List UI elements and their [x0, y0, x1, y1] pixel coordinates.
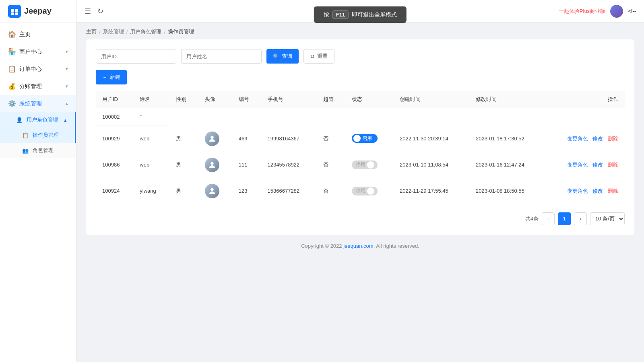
- chevron-down-icon: ▾: [66, 66, 68, 72]
- search-button[interactable]: 🔍 查询: [266, 49, 299, 64]
- sidebar-item-label: 主页: [19, 31, 31, 38]
- sidebar-item-label: 用户角色管理: [27, 116, 58, 123]
- sidebar-item-merchant[interactable]: 🏪 商户中心 ▾: [0, 43, 76, 60]
- col-create-time: 创建时间: [393, 91, 469, 108]
- sidebar-item-home[interactable]: 🏠 主页: [0, 26, 76, 43]
- topbar-right: 一起体验Plus商业版 <!--: [559, 5, 636, 18]
- sidebar-item-operator[interactable]: 📋 操作员管理: [0, 128, 76, 143]
- sidebar: Jeepay 🏠 主页 🏪 商户中心 ▾ 📋 订单中心 ▾ 💰 分账管理 ▾ ⚙…: [0, 0, 76, 362]
- cell-actions: 变更角色 修改 删除: [545, 126, 625, 152]
- f11-key-badge: F11: [332, 10, 349, 19]
- merchant-icon: 🏪: [8, 48, 15, 56]
- footer-link[interactable]: jeequan.com: [343, 243, 373, 249]
- next-page-button[interactable]: ›: [574, 212, 587, 225]
- breadcrumb-home[interactable]: 主页: [86, 28, 97, 35]
- reset-button[interactable]: ↺ 重置: [303, 49, 334, 64]
- cell-status: 停用: [345, 152, 393, 178]
- user-id-input[interactable]: [96, 49, 176, 64]
- chevron-down-icon: ▾: [66, 49, 68, 54]
- delete-link[interactable]: 删除: [608, 162, 618, 168]
- cell-avatar: [198, 178, 232, 204]
- status-toggle[interactable]: 停用: [352, 160, 378, 169]
- cell-user-id: 100924: [96, 178, 133, 204]
- edit-link[interactable]: 修改: [592, 188, 603, 194]
- user-role-submenu: 📋 操作员管理 👥 角色管理: [0, 128, 76, 158]
- logo: Jeepay: [0, 0, 76, 23]
- col-modify-time: 修改时间: [469, 91, 545, 108]
- cell-name: web: [133, 126, 169, 152]
- menu-toggle-icon[interactable]: ☰: [85, 7, 91, 16]
- prev-page-button[interactable]: ‹: [542, 212, 555, 225]
- cell-phone: 15366677282: [261, 178, 317, 204]
- cell-admin: 否: [317, 126, 346, 152]
- cell-phone: 12345578922: [261, 152, 317, 178]
- toast-prefix: 按: [324, 11, 329, 19]
- table-row: 100002 ": [96, 108, 625, 126]
- sidebar-item-order[interactable]: 📋 订单中心 ▾: [0, 60, 76, 78]
- content-area: 🔍 查询 ↺ 重置 ＋ 新建 用户ID: [76, 39, 644, 362]
- col-phone: 手机号: [261, 91, 317, 108]
- cell-admin: 否: [317, 152, 346, 178]
- breadcrumb-user-role[interactable]: 用户角色管理: [130, 28, 161, 35]
- user-role-icon: 👤: [16, 117, 23, 123]
- split-icon: 💰: [8, 82, 15, 90]
- change-role-link[interactable]: 变更角色: [567, 188, 588, 194]
- sidebar-item-system[interactable]: ⚙️ 系统管理 ▴: [0, 95, 76, 112]
- status-toggle[interactable]: 启用: [352, 134, 378, 143]
- order-icon: 📋: [8, 65, 15, 73]
- table-row: 100986 web 男 111 12345578922 否 停用 2023-0…: [96, 152, 625, 178]
- svg-rect-1: [15, 9, 19, 12]
- toast-suffix: 即可退出全屏模式: [352, 11, 397, 19]
- svg-point-5: [211, 162, 213, 165]
- table-row: 100924 ylwang 男 123 15366677282 否 停用 202…: [96, 178, 625, 204]
- cell-create-time: 2022-11-30 20:39:14: [393, 126, 469, 152]
- table-body: 100002 " 100929 web 男 469 19998164367 否 …: [96, 108, 625, 204]
- username-input[interactable]: [181, 49, 262, 64]
- page-1-button[interactable]: 1: [558, 212, 571, 225]
- toolbar: ＋ 新建: [96, 70, 625, 84]
- reset-icon: ↺: [310, 53, 315, 60]
- topbar: ☰ ↻ 按 F11 即可退出全屏模式 一起体验Plus商业版 <!--: [76, 0, 644, 23]
- cell-status: 停用: [345, 178, 393, 204]
- chevron-up-icon: ▴: [64, 117, 67, 123]
- status-toggle[interactable]: 停用: [352, 187, 378, 195]
- breadcrumb-system[interactable]: 系统管理: [103, 28, 124, 35]
- plus-link[interactable]: 一起体验Plus商业版: [559, 8, 605, 15]
- sidebar-item-label: 角色管理: [33, 147, 54, 154]
- change-role-link[interactable]: 变更角色: [567, 136, 588, 142]
- change-role-link[interactable]: 变更角色: [567, 162, 588, 168]
- cell-user-id: 100929: [96, 126, 133, 152]
- username: <!--: [628, 8, 636, 14]
- breadcrumb-sep: /: [164, 29, 165, 35]
- col-name: 姓名: [133, 91, 169, 108]
- col-avatar: 头像: [198, 91, 232, 108]
- pagination: 共4条 ‹ 1 › 10 条/页 20 条/页 50 条/页: [96, 212, 625, 225]
- cell-status: 启用: [345, 126, 393, 152]
- delete-link[interactable]: 删除: [608, 136, 618, 142]
- cell-actions: 变更角色 修改 删除: [545, 152, 625, 178]
- pagination-total: 共4条: [525, 215, 539, 222]
- breadcrumb-current: 操作员管理: [168, 28, 194, 35]
- edit-link[interactable]: 修改: [592, 162, 603, 168]
- cell-actions: 变更角色 修改 删除: [545, 178, 625, 204]
- sidebar-item-label: 系统管理: [19, 100, 42, 107]
- footer-suffix: . All rights reserved.: [374, 243, 419, 249]
- fullscreen-toast: 按 F11 即可退出全屏模式: [314, 6, 407, 23]
- search-icon: 🔍: [273, 53, 279, 60]
- cell-code: 123: [232, 178, 261, 204]
- svg-rect-2: [11, 12, 14, 15]
- sidebar-item-role[interactable]: 👥 角色管理: [0, 143, 76, 158]
- sidebar-item-label: 分账管理: [19, 83, 42, 90]
- cell-name: web: [133, 152, 169, 178]
- page-size-select[interactable]: 10 条/页 20 条/页 50 条/页: [590, 212, 625, 225]
- svg-point-6: [211, 188, 213, 191]
- refresh-icon[interactable]: ↻: [97, 7, 103, 16]
- sidebar-item-split[interactable]: 💰 分账管理 ▾: [0, 78, 76, 95]
- data-table: 用户ID 姓名 性别 头像 编号 手机号 超管 状态 创建时间 修改时间 操作: [96, 91, 625, 204]
- footer-text: Copyright © 2022: [301, 243, 343, 249]
- delete-link[interactable]: 删除: [608, 188, 618, 194]
- new-button[interactable]: ＋ 新建: [96, 70, 127, 84]
- avatar: [205, 132, 219, 146]
- sidebar-item-user-role[interactable]: 👤 用户角色管理 ▴: [0, 112, 76, 128]
- edit-link[interactable]: 修改: [592, 136, 603, 142]
